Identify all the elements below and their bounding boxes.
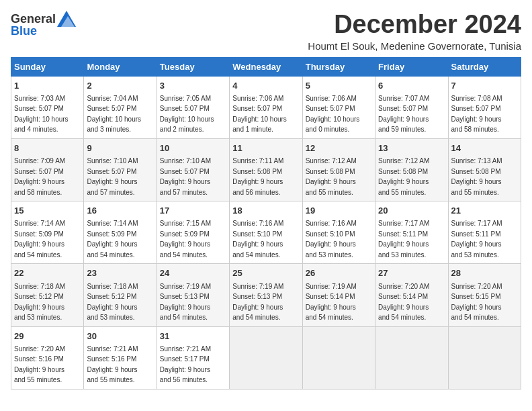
day-info: Sunrise: 7:14 AMSunset: 5:09 PMDaylight:… [87,220,138,259]
calendar-cell: 17Sunrise: 7:15 AMSunset: 5:09 PMDayligh… [157,201,229,264]
day-number: 29 [14,330,81,342]
day-number: 25 [232,267,299,279]
day-info: Sunrise: 7:03 AMSunset: 5:07 PMDaylight:… [14,95,69,134]
calendar-cell: 6Sunrise: 7:07 AMSunset: 5:07 PMDaylight… [375,76,448,138]
calendar-cell: 14Sunrise: 7:13 AMSunset: 5:08 PMDayligh… [448,138,521,201]
day-info: Sunrise: 7:21 AMSunset: 5:16 PMDaylight:… [87,345,138,384]
column-header-tuesday: Tuesday [157,57,229,76]
page-header: General Blue December 2024 Houmt El Souk… [11,11,521,52]
calendar-cell: 21Sunrise: 7:17 AMSunset: 5:11 PMDayligh… [448,201,521,264]
calendar-cell: 22Sunrise: 7:18 AMSunset: 5:12 PMDayligh… [11,264,84,326]
day-number: 17 [160,205,226,217]
day-info: Sunrise: 7:05 AMSunset: 5:07 PMDaylight:… [160,95,214,134]
calendar-cell: 5Sunrise: 7:06 AMSunset: 5:07 PMDaylight… [302,76,375,138]
calendar-cell: 2Sunrise: 7:04 AMSunset: 5:07 PMDaylight… [84,76,157,138]
day-info: Sunrise: 7:07 AMSunset: 5:07 PMDaylight:… [378,95,429,134]
calendar-week-3: 15Sunrise: 7:14 AMSunset: 5:09 PMDayligh… [11,201,521,264]
day-info: Sunrise: 7:17 AMSunset: 5:11 PMDaylight:… [378,220,429,259]
day-number: 18 [232,205,299,217]
day-number: 4 [232,80,299,92]
day-info: Sunrise: 7:20 AMSunset: 5:16 PMDaylight:… [14,345,65,384]
calendar-cell: 25Sunrise: 7:19 AMSunset: 5:13 PMDayligh… [230,264,302,326]
day-info: Sunrise: 7:04 AMSunset: 5:07 PMDaylight:… [87,95,141,134]
calendar-cell: 12Sunrise: 7:12 AMSunset: 5:08 PMDayligh… [302,138,375,201]
day-number: 31 [160,330,226,342]
day-info: Sunrise: 7:12 AMSunset: 5:08 PMDaylight:… [378,157,429,196]
day-number: 5 [306,80,372,92]
day-number: 14 [451,142,518,154]
day-number: 16 [87,205,153,217]
day-info: Sunrise: 7:06 AMSunset: 5:07 PMDaylight:… [232,95,287,134]
day-info: Sunrise: 7:17 AMSunset: 5:11 PMDaylight:… [451,220,502,259]
column-header-wednesday: Wednesday [230,57,302,76]
calendar-cell: 1Sunrise: 7:03 AMSunset: 5:07 PMDaylight… [11,76,84,138]
calendar-cell: 7Sunrise: 7:08 AMSunset: 5:07 PMDaylight… [448,76,521,138]
column-header-monday: Monday [84,57,157,76]
day-number: 8 [14,142,81,154]
calendar-cell: 19Sunrise: 7:16 AMSunset: 5:10 PMDayligh… [302,201,375,264]
day-number: 30 [87,330,153,342]
day-number: 2 [87,80,153,92]
calendar-cell [448,326,521,389]
day-number: 6 [378,80,445,92]
day-info: Sunrise: 7:19 AMSunset: 5:13 PMDaylight:… [160,283,211,322]
calendar-cell: 18Sunrise: 7:16 AMSunset: 5:10 PMDayligh… [230,201,302,264]
day-info: Sunrise: 7:06 AMSunset: 5:07 PMDaylight:… [306,95,360,134]
calendar-cell [302,326,375,389]
day-info: Sunrise: 7:20 AMSunset: 5:15 PMDaylight:… [451,283,502,322]
column-header-sunday: Sunday [11,57,84,76]
day-number: 7 [451,80,518,92]
day-number: 9 [87,142,153,154]
logo-icon [57,11,76,27]
calendar-week-1: 1Sunrise: 7:03 AMSunset: 5:07 PMDaylight… [11,76,521,138]
day-info: Sunrise: 7:10 AMSunset: 5:07 PMDaylight:… [160,157,211,196]
day-info: Sunrise: 7:19 AMSunset: 5:13 PMDaylight:… [232,283,283,322]
calendar-cell: 9Sunrise: 7:10 AMSunset: 5:07 PMDaylight… [84,138,157,201]
day-number: 28 [451,267,518,279]
calendar-table: SundayMondayTuesdayWednesdayThursdayFrid… [11,57,521,390]
calendar-cell: 15Sunrise: 7:14 AMSunset: 5:09 PMDayligh… [11,201,84,264]
calendar-cell: 8Sunrise: 7:09 AMSunset: 5:07 PMDaylight… [11,138,84,201]
day-info: Sunrise: 7:10 AMSunset: 5:07 PMDaylight:… [87,157,138,196]
calendar-cell: 10Sunrise: 7:10 AMSunset: 5:07 PMDayligh… [157,138,229,201]
calendar-week-4: 22Sunrise: 7:18 AMSunset: 5:12 PMDayligh… [11,264,521,326]
calendar-cell: 13Sunrise: 7:12 AMSunset: 5:08 PMDayligh… [375,138,448,201]
calendar-week-2: 8Sunrise: 7:09 AMSunset: 5:07 PMDaylight… [11,138,521,201]
day-number: 3 [160,80,226,92]
day-info: Sunrise: 7:19 AMSunset: 5:14 PMDaylight:… [306,283,357,322]
calendar-cell: 16Sunrise: 7:14 AMSunset: 5:09 PMDayligh… [84,201,157,264]
column-header-friday: Friday [375,57,448,76]
day-number: 13 [378,142,445,154]
day-number: 22 [14,267,81,279]
day-info: Sunrise: 7:15 AMSunset: 5:09 PMDaylight:… [160,220,211,259]
day-number: 10 [160,142,226,154]
day-info: Sunrise: 7:18 AMSunset: 5:12 PMDaylight:… [87,283,138,322]
logo: General Blue [11,11,76,38]
day-number: 11 [232,142,299,154]
calendar-cell: 23Sunrise: 7:18 AMSunset: 5:12 PMDayligh… [84,264,157,326]
calendar-week-5: 29Sunrise: 7:20 AMSunset: 5:16 PMDayligh… [11,326,521,389]
column-header-saturday: Saturday [448,57,521,76]
calendar-cell: 31Sunrise: 7:21 AMSunset: 5:17 PMDayligh… [157,326,229,389]
calendar-cell: 28Sunrise: 7:20 AMSunset: 5:15 PMDayligh… [448,264,521,326]
day-info: Sunrise: 7:13 AMSunset: 5:08 PMDaylight:… [451,157,502,196]
day-number: 24 [160,267,226,279]
day-info: Sunrise: 7:14 AMSunset: 5:09 PMDaylight:… [14,220,65,259]
day-number: 15 [14,205,81,217]
day-info: Sunrise: 7:21 AMSunset: 5:17 PMDaylight:… [160,345,211,384]
title-block: December 2024 Houmt El Souk, Medenine Go… [308,11,521,52]
logo-blue: Blue [11,24,37,38]
month-title: December 2024 [308,11,521,39]
calendar-cell: 3Sunrise: 7:05 AMSunset: 5:07 PMDaylight… [157,76,229,138]
calendar-cell: 30Sunrise: 7:21 AMSunset: 5:16 PMDayligh… [84,326,157,389]
calendar-cell: 11Sunrise: 7:11 AMSunset: 5:08 PMDayligh… [230,138,302,201]
calendar-cell: 20Sunrise: 7:17 AMSunset: 5:11 PMDayligh… [375,201,448,264]
day-info: Sunrise: 7:12 AMSunset: 5:08 PMDaylight:… [306,157,357,196]
day-info: Sunrise: 7:08 AMSunset: 5:07 PMDaylight:… [451,95,502,134]
day-number: 26 [306,267,372,279]
day-number: 19 [306,205,372,217]
day-info: Sunrise: 7:16 AMSunset: 5:10 PMDaylight:… [306,220,357,259]
day-info: Sunrise: 7:09 AMSunset: 5:07 PMDaylight:… [14,157,65,196]
day-info: Sunrise: 7:18 AMSunset: 5:12 PMDaylight:… [14,283,65,322]
day-number: 27 [378,267,445,279]
